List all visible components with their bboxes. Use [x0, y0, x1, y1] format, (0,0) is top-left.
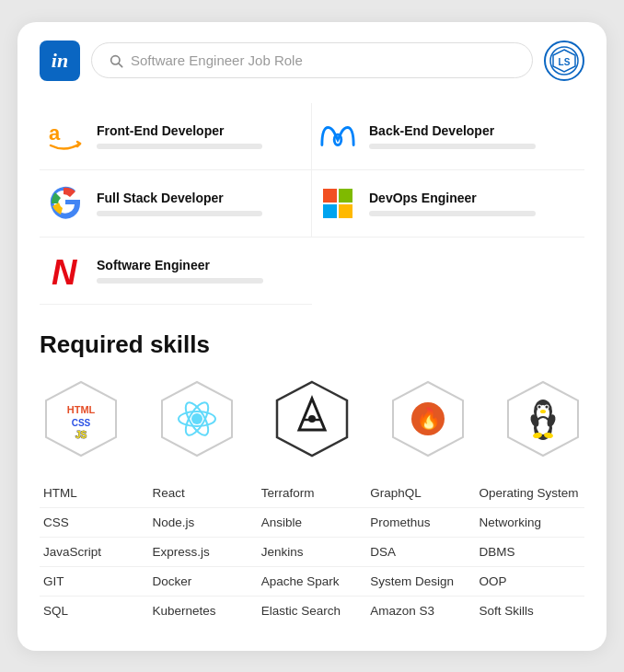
- role-text-fullstack: Full Stack Developer: [97, 191, 304, 216]
- skills-table: HTML React Terraform GraphQL Operating S…: [40, 479, 584, 625]
- skill-cell: GraphQL: [366, 479, 475, 508]
- skill-cell: GIT: [40, 566, 148, 596]
- skill-cell: Operating System: [476, 479, 584, 508]
- role-bar-devops: [369, 211, 536, 216]
- skill-cell: CSS: [40, 507, 148, 537]
- svg-text:CSS: CSS: [72, 418, 91, 428]
- svg-rect-9: [323, 204, 337, 218]
- skill-cell: React: [148, 479, 257, 508]
- skill-cell: DBMS: [476, 537, 584, 566]
- role-bar-fullstack: [97, 211, 262, 216]
- skill-cell: Amazon S3: [366, 596, 475, 625]
- skill-cell: Docker: [148, 566, 257, 596]
- svg-line-1: [119, 64, 122, 67]
- skill-cell: Apache Spark: [258, 566, 366, 596]
- skill-icon-html: HTML CSS JS: [40, 377, 122, 460]
- linkedin-logo: in: [40, 41, 80, 81]
- role-text-devops: DevOps Engineer: [369, 191, 577, 216]
- svg-text:JS: JS: [75, 430, 87, 440]
- role-text-frontend: Front-End Developer: [97, 123, 304, 149]
- svg-point-24: [308, 415, 316, 423]
- microsoft-logo: [319, 185, 356, 222]
- skill-cell: Kubernetes: [148, 596, 257, 625]
- skill-cell: OOP: [476, 566, 584, 596]
- skills-icons-row: HTML CSS JS: [40, 377, 584, 460]
- amazon-logo: a: [47, 118, 84, 155]
- skill-cell: Express.js: [148, 537, 257, 566]
- profile-badge[interactable]: LS: [544, 41, 584, 81]
- skill-cell: Ansible: [258, 507, 366, 537]
- svg-text:N: N: [52, 253, 78, 288]
- svg-point-17: [191, 413, 202, 424]
- google-logo: [47, 185, 84, 222]
- svg-point-33: [538, 405, 541, 408]
- search-placeholder-text: Software Engineer Job Role: [131, 52, 303, 68]
- role-title-fullstack: Full Stack Developer: [97, 191, 304, 205]
- skill-cell: Elastic Search: [258, 596, 366, 625]
- role-title-devops: DevOps Engineer: [369, 191, 577, 205]
- svg-point-34: [546, 405, 549, 408]
- skill-icon-terraform: [271, 377, 353, 460]
- skills-row-3: JavaScript Express.js Jenkins DSA DBMS: [40, 537, 584, 566]
- svg-text:🔥: 🔥: [415, 406, 441, 431]
- role-text-backend: Back-End Developer: [369, 123, 577, 149]
- svg-rect-10: [339, 204, 352, 218]
- skill-cell: Promethus: [366, 507, 475, 537]
- svg-text:a: a: [49, 122, 61, 145]
- skill-cell: HTML: [40, 479, 148, 508]
- netflix-logo: N: [47, 252, 84, 289]
- skill-cell: Terraform: [258, 479, 366, 508]
- skill-icon-react: [156, 377, 238, 460]
- skill-icon-linux: [502, 377, 584, 460]
- main-card: in Software Engineer Job Role LS a: [17, 22, 607, 651]
- skill-cell: JavaScript: [40, 537, 148, 566]
- skill-cell: Node.js: [148, 507, 257, 537]
- role-item-backend[interactable]: Back-End Developer: [312, 103, 584, 170]
- skill-cell: Networking: [476, 507, 584, 537]
- roles-grid: a Front-End Developer Back-End Developer: [40, 103, 584, 305]
- search-icon: [109, 53, 123, 68]
- role-item-software[interactable]: N Software Engineer: [40, 238, 312, 305]
- svg-rect-7: [323, 189, 337, 203]
- role-item-fullstack[interactable]: Full Stack Developer: [40, 170, 312, 238]
- skills-section-title: Required skills: [40, 330, 584, 359]
- svg-point-37: [537, 418, 549, 434]
- skill-cell: System Design: [366, 566, 475, 596]
- role-text-software: Software Engineer: [97, 258, 305, 284]
- role-title-software: Software Engineer: [97, 258, 305, 272]
- svg-text:HTML: HTML: [67, 404, 96, 415]
- skill-icon-graphql: 🔥: [387, 377, 469, 460]
- skills-row-4: GIT Docker Apache Spark System Design OO…: [40, 566, 584, 596]
- role-item-frontend[interactable]: a Front-End Developer: [40, 103, 312, 170]
- role-item-devops[interactable]: DevOps Engineer: [312, 170, 584, 238]
- search-bar[interactable]: Software Engineer Job Role: [91, 42, 533, 78]
- role-bar-backend: [369, 144, 536, 149]
- header: in Software Engineer Job Role LS: [40, 41, 584, 81]
- skill-cell: SQL: [40, 596, 148, 625]
- skills-row-1: HTML React Terraform GraphQL Operating S…: [40, 479, 584, 508]
- svg-text:LS: LS: [559, 57, 571, 67]
- role-title-backend: Back-End Developer: [369, 123, 577, 138]
- skill-cell: Soft Skills: [476, 596, 584, 625]
- role-bar-software: [97, 278, 263, 284]
- skills-row-2: CSS Node.js Ansible Promethus Networking: [40, 507, 584, 537]
- skill-cell: Jenkins: [258, 537, 366, 566]
- role-title-frontend: Front-End Developer: [97, 123, 304, 138]
- skills-row-5: SQL Kubernetes Elastic Search Amazon S3 …: [40, 596, 584, 625]
- skill-cell: DSA: [366, 537, 475, 566]
- role-bar-frontend: [97, 144, 262, 149]
- svg-point-35: [540, 410, 546, 413]
- svg-rect-8: [339, 189, 352, 203]
- skills-section: Required skills HTML CSS JS: [40, 330, 584, 625]
- meta-logo: [319, 118, 356, 155]
- profile-icon: LS: [549, 46, 579, 75]
